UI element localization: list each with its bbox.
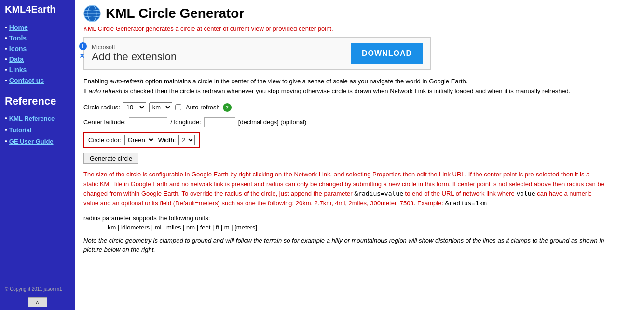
sidebar-item-data[interactable]: Data <box>5 54 75 65</box>
radius-row: Circle radius: 10 5 20 50 100 km mi nm f… <box>83 102 635 112</box>
info-param: &radius=value <box>354 190 403 197</box>
sidebar-ref-list: KML Reference Tutorial GE User Guide <box>0 112 75 147</box>
main-content: KML Circle Generator KML Circle Generato… <box>75 0 644 310</box>
desc-text-2a: If <box>83 87 89 94</box>
sidebar-nav: Home Tools Icons Data Links Contact us <box>0 18 75 90</box>
ad-brand: Microsoft <box>92 44 177 51</box>
page-title-row: KML Circle Generator <box>83 5 635 22</box>
help-icon[interactable]: ? <box>223 103 232 112</box>
sidebar: KML4Earth Home Tools Icons Data Links Co… <box>0 0 75 310</box>
ad-box-left: Microsoft Add the extension <box>92 44 177 63</box>
sidebar-item-contact[interactable]: Contact us <box>5 75 75 86</box>
desc-italic-1: auto-refresh <box>110 78 143 85</box>
reference-section-title: Reference <box>0 90 75 110</box>
color-select[interactable]: Green Red Blue Yellow White Black <box>124 135 155 145</box>
sidebar-item-icons[interactable]: Icons <box>5 43 75 54</box>
ad-title: Add the extension <box>92 51 177 63</box>
sidebar-item-ge-user-guide[interactable]: GE User Guide <box>5 135 75 147</box>
latlon-row: Center latitude: 27.69974 / longitude: 8… <box>83 117 635 127</box>
desc-text-2b: is checked then the circle is redrawn wh… <box>122 87 570 94</box>
lat-label: Center latitude: <box>83 119 126 126</box>
sidebar-item-links[interactable]: Links <box>5 65 75 75</box>
units-section: radius parameter supports the following … <box>83 215 635 231</box>
info-value-word: value <box>516 190 535 197</box>
longitude-input[interactable]: 80.9043 <box>204 117 235 127</box>
subtitle: KML Circle Generator generates a circle … <box>83 25 635 32</box>
width-select[interactable]: 1 2 3 4 5 <box>178 135 195 145</box>
units-list: km | kilometers | mi | miles | nm | feet… <box>108 224 635 231</box>
ad-box: i ✕ Microsoft Add the extension DOWNLOAD <box>83 37 431 70</box>
scroll-up-button[interactable]: ∧ <box>28 297 47 307</box>
sidebar-item-kml-reference[interactable]: KML Reference <box>5 112 75 124</box>
sidebar-ref-nav: KML Reference Tutorial GE User Guide <box>0 110 75 151</box>
sidebar-item-tools[interactable]: Tools <box>5 33 75 43</box>
copyright-text: © Copyright 2011 jasonm1 <box>0 283 75 295</box>
info-text-2: to end of the URL of network link where <box>403 190 516 197</box>
generate-circle-button[interactable]: Generate circle <box>83 153 138 164</box>
radius-label: Circle radius: <box>83 104 120 111</box>
unit-select[interactable]: km mi nm feet ft m <box>149 102 172 112</box>
latitude-input[interactable]: 27.69974 <box>129 117 167 127</box>
units-intro: radius parameter supports the following … <box>83 215 635 222</box>
auto-refresh-checkbox[interactable] <box>175 104 181 110</box>
sidebar-item-tutorial[interactable]: Tutorial <box>5 124 75 135</box>
radius-select[interactable]: 10 5 20 50 100 <box>123 102 146 112</box>
width-label: Width: <box>158 136 176 144</box>
color-width-box: Circle color: Green Red Blue Yellow Whit… <box>83 132 200 148</box>
auto-refresh-label: Auto refresh <box>186 104 220 111</box>
ad-download-button[interactable]: DOWNLOAD <box>351 43 423 64</box>
sidebar-nav-list: Home Tools Icons Data Links Contact us <box>0 22 75 86</box>
lon-label: / longitude: <box>170 119 201 126</box>
desc-italic-2: auto refresh <box>89 87 122 94</box>
sidebar-title: KML4Earth <box>0 0 75 18</box>
note-text: Note the circle geometry is clamped to g… <box>83 236 604 255</box>
desc-text-1b: option maintains a circle in the center … <box>143 78 467 85</box>
globe-icon <box>83 5 101 22</box>
decimal-label: [decimal degs] (optional) <box>238 119 307 126</box>
desc-text-1: Enabling <box>83 78 110 85</box>
info-example: &radius=1km <box>445 200 487 207</box>
color-row: Circle color: Green Red Blue Yellow Whit… <box>83 132 635 148</box>
ad-info-icon[interactable]: i <box>79 42 87 50</box>
sidebar-item-home[interactable]: Home <box>5 22 75 33</box>
ad-close-icon[interactable]: ✕ <box>79 52 85 60</box>
info-text-block: The size of the circle is configurable i… <box>83 170 604 209</box>
page-title: KML Circle Generator <box>106 6 244 21</box>
description-block: Enabling auto-refresh option maintains a… <box>83 77 604 95</box>
color-label: Circle color: <box>88 136 122 144</box>
